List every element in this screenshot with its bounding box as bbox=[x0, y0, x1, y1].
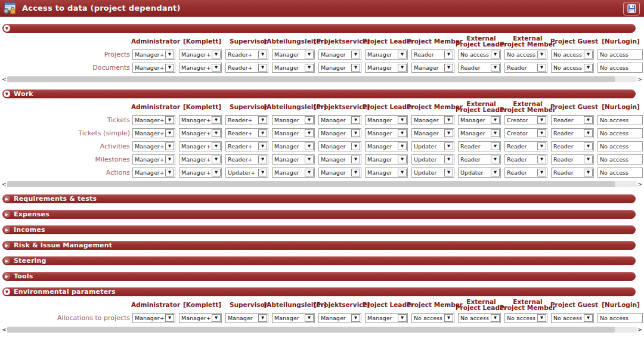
permission-select[interactable]: Updater▼ bbox=[411, 154, 454, 165]
permission-select[interactable]: Manager▼ bbox=[411, 115, 454, 125]
chevron-down-icon[interactable]: ▼ bbox=[165, 314, 174, 322]
permission-select[interactable]: Manager▼ bbox=[458, 128, 501, 138]
permission-select[interactable]: Manager+▼ bbox=[179, 141, 222, 151]
chevron-down-icon[interactable]: ▼ bbox=[584, 156, 593, 163]
chevron-down-icon[interactable]: ▼ bbox=[398, 116, 407, 124]
chevron-down-icon[interactable]: ▼ bbox=[398, 142, 407, 150]
scrollbar-track[interactable] bbox=[7, 327, 637, 333]
permission-select[interactable]: Reader▼ bbox=[504, 168, 547, 178]
permission-select[interactable]: Manager+▼ bbox=[179, 313, 222, 323]
chevron-down-icon[interactable]: ▼ bbox=[351, 64, 360, 72]
chevron-down-icon[interactable]: ▼ bbox=[444, 116, 453, 124]
chevron-down-icon[interactable]: ▼ bbox=[258, 169, 267, 176]
chevron-down-icon[interactable]: ▼ bbox=[398, 314, 407, 322]
chevron-down-icon[interactable]: ▼ bbox=[212, 51, 221, 58]
permission-select[interactable]: Updater▼ bbox=[458, 168, 501, 178]
permission-select[interactable]: Creator▼ bbox=[504, 128, 547, 138]
permission-select[interactable]: Manager+▼ bbox=[132, 168, 175, 178]
permission-select[interactable]: No access▼ bbox=[597, 168, 643, 178]
chevron-down-icon[interactable]: ▼ bbox=[398, 156, 407, 163]
permission-select[interactable]: Manager▼ bbox=[365, 168, 408, 178]
permission-select[interactable]: Reader+▼ bbox=[225, 115, 268, 125]
chevron-down-icon[interactable]: ▼ bbox=[398, 64, 407, 72]
chevron-down-icon[interactable]: ▼ bbox=[351, 129, 360, 137]
chevron-down-icon[interactable]: ▼ bbox=[537, 314, 546, 322]
scrollbar-track[interactable] bbox=[7, 181, 637, 187]
chevron-down-icon[interactable]: ▼ bbox=[584, 169, 593, 176]
chevron-down-icon[interactable]: ▼ bbox=[165, 142, 174, 150]
chevron-down-icon[interactable]: ▼ bbox=[165, 64, 174, 72]
permission-select[interactable]: No access▼ bbox=[597, 49, 643, 60]
permission-select[interactable]: Reader▼ bbox=[458, 63, 501, 73]
chevron-down-icon[interactable]: ▼ bbox=[305, 169, 314, 176]
permission-select[interactable]: Reader▼ bbox=[458, 141, 501, 151]
permission-select[interactable]: No access▼ bbox=[551, 313, 594, 323]
permission-select[interactable]: Manager+▼ bbox=[132, 63, 175, 73]
chevron-down-icon[interactable]: ▼ bbox=[305, 64, 314, 72]
section-header-incomes[interactable]: ▶Incomes bbox=[2, 225, 636, 234]
chevron-right-icon[interactable]: > bbox=[637, 76, 643, 82]
permission-select[interactable]: No access▼ bbox=[597, 63, 643, 73]
chevron-down-icon[interactable]: ▼ bbox=[491, 169, 500, 176]
permission-select[interactable]: No access▼ bbox=[597, 154, 643, 165]
permission-select[interactable]: Manager▼ bbox=[272, 154, 315, 165]
chevron-down-icon[interactable]: ▼ bbox=[537, 129, 546, 137]
permission-select[interactable]: No access▼ bbox=[504, 49, 547, 60]
permission-select[interactable]: No access▼ bbox=[411, 313, 454, 323]
permission-select[interactable]: Reader▼ bbox=[411, 49, 454, 60]
permission-select[interactable]: No access▼ bbox=[458, 313, 501, 323]
chevron-down-icon[interactable]: ▼ bbox=[165, 116, 174, 124]
permission-select[interactable]: Reader+▼ bbox=[225, 128, 268, 138]
chevron-left-icon[interactable]: < bbox=[1, 181, 7, 187]
chevron-down-icon[interactable]: ▼ bbox=[212, 156, 221, 163]
permission-select[interactable]: Manager▼ bbox=[272, 141, 315, 151]
section-header-tools[interactable]: ▶Tools bbox=[2, 272, 636, 281]
chevron-down-icon[interactable]: ▼ bbox=[258, 51, 267, 58]
permission-select[interactable]: Reader▼ bbox=[551, 154, 594, 165]
chevron-down-icon[interactable]: ▼ bbox=[351, 116, 360, 124]
chevron-down-icon[interactable]: ▼ bbox=[537, 169, 546, 176]
chevron-down-icon[interactable]: ▼ bbox=[212, 169, 221, 176]
chevron-down-icon[interactable]: ▼ bbox=[444, 64, 453, 72]
chevron-down-icon[interactable]: ▼ bbox=[491, 129, 500, 137]
permission-select[interactable]: Manager▼ bbox=[318, 49, 361, 60]
chevron-down-icon[interactable]: ▼ bbox=[398, 129, 407, 137]
chevron-down-icon[interactable]: ▼ bbox=[537, 156, 546, 163]
permission-select[interactable]: Manager+▼ bbox=[179, 168, 222, 178]
save-button[interactable] bbox=[623, 2, 640, 15]
chevron-down-icon[interactable]: ▼ bbox=[351, 156, 360, 163]
chevron-down-icon[interactable]: ▼ bbox=[491, 64, 500, 72]
chevron-down-icon[interactable]: ▼ bbox=[305, 156, 314, 163]
chevron-down-icon[interactable]: ▼ bbox=[165, 156, 174, 163]
chevron-down-icon[interactable]: ▼ bbox=[491, 142, 500, 150]
permission-select[interactable]: Manager+▼ bbox=[132, 128, 175, 138]
section-header-general[interactable]: ▼ bbox=[2, 24, 636, 33]
permission-select[interactable]: Manager+▼ bbox=[179, 49, 222, 60]
section-header-work[interactable]: ▼Work bbox=[2, 89, 636, 98]
permission-select[interactable]: Manager+▼ bbox=[132, 49, 175, 60]
permission-select[interactable]: Reader▼ bbox=[504, 63, 547, 73]
chevron-down-icon[interactable]: ▼ bbox=[258, 156, 267, 163]
permission-select[interactable]: Updater+▼ bbox=[225, 168, 268, 178]
chevron-down-icon[interactable]: ▼ bbox=[212, 129, 221, 137]
scrollbar-thumb[interactable] bbox=[7, 327, 615, 333]
chevron-down-icon[interactable]: ▼ bbox=[212, 116, 221, 124]
chevron-left-icon[interactable]: < bbox=[1, 76, 7, 82]
permission-select[interactable]: Manager▼ bbox=[365, 141, 408, 151]
chevron-down-icon[interactable]: ▼ bbox=[444, 51, 453, 58]
scrollbar-track[interactable] bbox=[7, 76, 637, 82]
chevron-down-icon[interactable]: ▼ bbox=[491, 116, 500, 124]
chevron-down-icon[interactable]: ▼ bbox=[305, 51, 314, 58]
chevron-down-icon[interactable]: ▼ bbox=[212, 64, 221, 72]
chevron-down-icon[interactable]: ▼ bbox=[165, 51, 174, 58]
chevron-down-icon[interactable]: ▼ bbox=[584, 116, 593, 124]
permission-select[interactable]: Reader+▼ bbox=[225, 49, 268, 60]
permission-select[interactable]: Reader+▼ bbox=[225, 141, 268, 151]
chevron-down-icon[interactable]: ▼ bbox=[537, 116, 546, 124]
permission-select[interactable]: Manager+▼ bbox=[132, 115, 175, 125]
permission-select[interactable]: Reader▼ bbox=[551, 128, 594, 138]
permission-select[interactable]: Manager▼ bbox=[365, 49, 408, 60]
permission-select[interactable]: Creator▼ bbox=[504, 115, 547, 125]
chevron-down-icon[interactable]: ▼ bbox=[258, 314, 267, 322]
permission-select[interactable]: Manager▼ bbox=[272, 63, 315, 73]
